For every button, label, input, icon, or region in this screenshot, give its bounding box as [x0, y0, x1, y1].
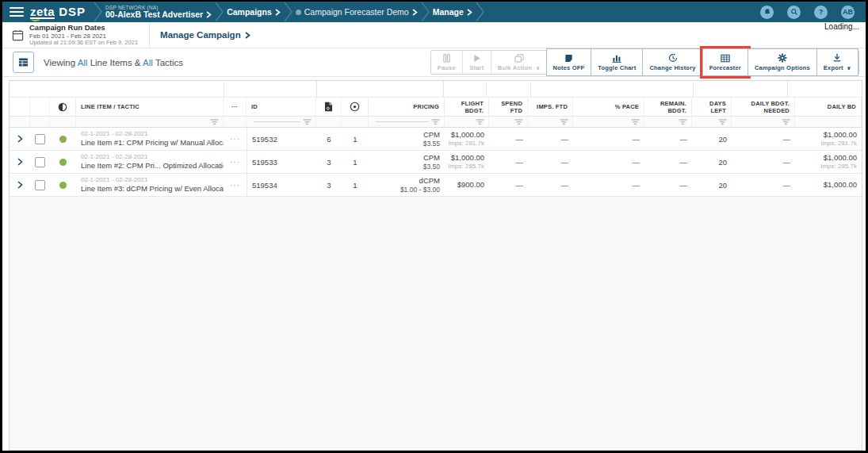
chevron-right-icon: [275, 9, 281, 16]
row-targets-count: 1: [342, 128, 369, 150]
row-menu-button[interactable]: ···: [230, 158, 240, 167]
row-pace: —: [573, 174, 644, 196]
filter-flight-budget[interactable]: [445, 117, 489, 127]
row-dates: 02-1-2021 - 02-28-2021: [81, 153, 148, 161]
filter-daily-budget-needed[interactable]: [732, 117, 795, 127]
row-expander[interactable]: [10, 174, 30, 196]
row-expander[interactable]: [10, 128, 30, 150]
table-content-area: LINE ITEM / TACTIC ··· ID PRICING FLIGHT…: [2, 77, 866, 451]
row-menu-button[interactable]: ···: [230, 135, 240, 144]
filter-days-left[interactable]: [692, 117, 732, 127]
row-id: 519532: [247, 128, 316, 150]
filter-line-item[interactable]: [76, 117, 224, 127]
campaign-status-dot-icon: [296, 10, 301, 15]
filter-spend-ftd[interactable]: [489, 117, 528, 127]
chevron-right-icon: [245, 32, 250, 39]
loading-indicator: Loading...: [824, 22, 859, 31]
row-remaining-budget: —: [644, 128, 692, 150]
breadcrumb-campaign-label: Campaign Forecaster Demo: [304, 7, 409, 17]
chevron-right-icon: [206, 11, 212, 18]
row-dates: 02-1-2021 - 02-28-2021: [81, 130, 148, 138]
zeta-dsp-logo[interactable]: zeta DSP: [30, 5, 86, 19]
row-daily-budget-needed: —: [732, 151, 795, 173]
pause-button[interactable]: Pause: [431, 51, 462, 74]
filter-pace[interactable]: [573, 117, 644, 127]
breadcrumb-separator-icon: [94, 2, 102, 21]
hamburger-menu-icon[interactable]: [10, 7, 24, 17]
row-expander[interactable]: [10, 151, 30, 173]
filter-remaining-budget[interactable]: [644, 117, 692, 127]
viewing-mid: Line Items &: [90, 58, 141, 67]
export-button[interactable]: Export ∨: [816, 48, 858, 76]
line-item-cell[interactable]: 02-1-2021 - 02-28-2021 Line Item #1: CPM…: [76, 128, 224, 150]
manage-campaign-link[interactable]: Manage Campaign: [160, 30, 250, 40]
status-dot: [59, 136, 67, 143]
row-daily-budget: $1,000.00: [795, 174, 862, 196]
row-days-left: 20: [692, 151, 732, 173]
row-menu-button[interactable]: ···: [230, 181, 240, 190]
chevron-right-icon: [467, 9, 472, 16]
header-expander: [10, 98, 30, 116]
row-targets-count: 1: [342, 174, 369, 196]
row-imps-ftd: —: [528, 128, 573, 150]
breadcrumb-manage[interactable]: Manage: [433, 7, 472, 17]
dsp-app-window: zeta DSP DSP NETWORK (NA) 00-AlexB Test …: [2, 2, 866, 451]
row-spend-ftd: —: [489, 128, 528, 150]
filter-id[interactable]: [247, 117, 316, 127]
targets-target-icon: [342, 98, 369, 116]
breadcrumb-campaign-forecaster-demo[interactable]: Campaign Forecaster Demo: [296, 7, 418, 17]
row-checkbox[interactable]: [35, 157, 45, 167]
row-daily-budget: $1,000.00Imps: 285.7k: [795, 151, 862, 173]
viewing-summary-text: Viewing All Line Items & All Tactics: [44, 58, 183, 67]
view-mode-button[interactable]: [13, 52, 34, 73]
help-button[interactable]: ?: [814, 6, 828, 19]
last-updated-text: Updated at 21:09:36 EST on Feb 9, 2021: [29, 40, 138, 47]
top-navigation-bar: zeta DSP DSP NETWORK (NA) 00-AlexB Test …: [2, 2, 866, 22]
forecaster-button[interactable]: Forecaster: [702, 48, 748, 76]
run-dates-title: Campaign Run Dates: [29, 24, 138, 33]
breadcrumb-separator-icon: [476, 2, 484, 21]
search-button[interactable]: [787, 6, 801, 19]
line-item-cell[interactable]: 02-1-2021 - 02-28-2021 Line Item #3: dCP…: [76, 174, 224, 196]
row-daily-budget: $1,000.00Imps: 281.7k: [795, 128, 862, 150]
table-row: 02-1-2021 - 02-28-2021 Line Item #3: dCP…: [10, 174, 862, 197]
row-name: Line Item #1: CPM Pricing w/ Manual Allo…: [81, 138, 224, 148]
line-items-table: LINE ITEM / TACTIC ··· ID PRICING FLIGHT…: [9, 80, 862, 451]
table-filter-row: [10, 117, 862, 128]
breadcrumb-campaigns[interactable]: Campaigns: [227, 7, 281, 17]
breadcrumb-campaigns-label: Campaigns: [227, 7, 272, 17]
forecaster-highlight-annotation: [700, 46, 751, 79]
breadcrumb-advertiser[interactable]: DSP NETWORK (NA) 00-AlexB Test Advertise…: [105, 5, 212, 20]
row-imps-ftd: —: [528, 174, 573, 196]
change-history-button[interactable]: Change History: [642, 48, 702, 76]
toolbar-button-group: Pause Start Bulk Action ∨ Notes OFF Togg…: [430, 50, 859, 75]
row-checkbox[interactable]: [35, 180, 45, 190]
row-flight-budget: $1,000.00Imps: 285.7k: [445, 151, 489, 173]
bulk-action-button[interactable]: Bulk Action ∨: [491, 51, 547, 74]
filter-pricing[interactable]: [369, 117, 445, 127]
notes-toggle-button[interactable]: Notes OFF: [546, 48, 592, 76]
line-item-cell[interactable]: 02-1-2021 - 02-28-2021 Line Item #2: CPM…: [76, 151, 224, 173]
status-dot: [59, 159, 67, 166]
header-flight-budget: FLIGHT BDGT.: [445, 98, 489, 116]
logo-zeta-text: zeta: [30, 6, 55, 19]
toggle-chart-button[interactable]: Toggle Chart: [591, 48, 643, 76]
table-header-row: LINE ITEM / TACTIC ··· ID PRICING FLIGHT…: [10, 98, 862, 117]
chevron-right-icon: [412, 9, 418, 16]
campaign-run-dates-block: Campaign Run Dates Feb 01 2021 - Feb 28 …: [29, 24, 149, 47]
row-checkbox[interactable]: [35, 134, 45, 144]
row-flight-budget: $900.00: [445, 174, 489, 196]
user-avatar[interactable]: AB: [841, 6, 855, 19]
filter-imps-ftd[interactable]: [528, 117, 573, 127]
row-pricing: CPM$3.55: [369, 128, 445, 150]
row-targets-count: 1: [342, 151, 369, 173]
dropdown-chevron-icon: ∨: [847, 65, 851, 71]
viewing-suffix: Tactics: [155, 58, 183, 67]
row-creatives-count: 6: [316, 128, 342, 150]
notifications-bell-button[interactable]: [760, 6, 774, 19]
table-row: 02-1-2021 - 02-28-2021 Line Item #2: CPM…: [10, 151, 862, 174]
header-row-actions: ···: [224, 98, 247, 116]
campaign-options-button[interactable]: Campaign Options: [748, 48, 817, 76]
header-pricing: PRICING: [369, 98, 445, 116]
start-button[interactable]: Start: [462, 51, 491, 74]
